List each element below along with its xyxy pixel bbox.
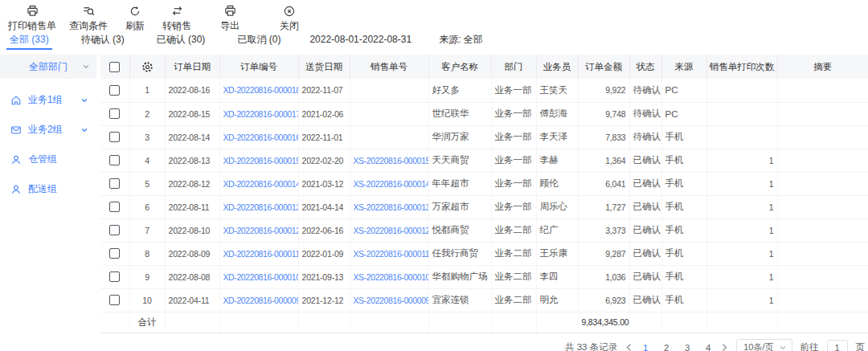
row-seq: 10: [129, 288, 165, 312]
sales-no-link[interactable]: XS-20220816-000010: [354, 272, 429, 282]
row-checkbox[interactable]: [109, 225, 120, 235]
table-row: 52022-08-12XD-20220816-0000142021-03-12X…: [100, 172, 868, 195]
toolbar-button-close[interactable]: 关闭: [275, 5, 304, 33]
order-no-link[interactable]: XD-20220816-000017: [223, 109, 299, 119]
sidebar-item-warehouse-group[interactable]: 仓管组: [0, 145, 96, 174]
page-number-2[interactable]: 2: [661, 343, 671, 351]
toolbar-button-export[interactable]: 导出: [215, 5, 244, 33]
column-header-9: 来源: [661, 55, 706, 79]
sales-no-link[interactable]: XS-20220816-000014: [354, 179, 429, 189]
row-checkbox[interactable]: [109, 271, 120, 282]
page-suffix: 页: [856, 341, 866, 351]
total-empty: [428, 312, 491, 333]
column-header-3: 销售单号: [350, 55, 428, 79]
order-no-link[interactable]: XD-20220816-000010: [223, 272, 299, 282]
order-no-link[interactable]: XD-20220816-000012: [223, 226, 299, 235]
table-row: 102022-04-11XD-20220816-0000092021-12-12…: [100, 288, 868, 312]
table-row: 42022-08-13XD-20220816-0000152022-02-20X…: [100, 149, 868, 172]
row-checkbox[interactable]: [109, 295, 120, 305]
person-icon: [10, 184, 22, 195]
page-size-select[interactable]: 10条/页: [736, 339, 792, 351]
source-cell: 手机: [661, 265, 706, 288]
row-select-cell: [100, 149, 129, 172]
row-checkbox[interactable]: [109, 248, 120, 259]
row-select-cell: [100, 242, 129, 265]
customer-cell: 悦都商贸: [428, 218, 491, 242]
amount-cell: 9,748: [578, 102, 629, 125]
order-no-link[interactable]: XD-20220816-000014: [223, 179, 299, 189]
summary-cell: [777, 195, 868, 218]
toolbar-button-print-sales-order[interactable]: 打印销售单: [8, 5, 56, 33]
order-no-link[interactable]: XD-20220816-000013: [223, 202, 299, 212]
gear-icon[interactable]: [141, 61, 154, 73]
order-date-cell: 2022-08-15: [165, 102, 219, 125]
select-all-checkbox[interactable]: [109, 62, 120, 72]
status-cell: 已确认: [629, 149, 661, 172]
sidebar-item-delivery-group[interactable]: 配送组: [0, 174, 96, 204]
sidebar-item-business-group-1[interactable]: 业务1组: [0, 85, 96, 115]
order-date-cell: 2022-08-16: [165, 79, 219, 102]
sales-no-link[interactable]: XS-20220816-000012: [354, 226, 429, 235]
tab-cancelled[interactable]: 已取消 (0): [234, 31, 284, 50]
row-checkbox[interactable]: [109, 85, 120, 96]
order-no-link[interactable]: XD-20220816-000009: [223, 296, 299, 305]
amount-cell: 6,041: [578, 172, 629, 195]
department-cell: 业务二部: [491, 242, 536, 265]
delivery-date-cell: 2022-11-01: [298, 125, 350, 149]
sales-no-link[interactable]: XS-20220816-000009: [354, 296, 429, 305]
tab-confirmed[interactable]: 已确认 (30): [154, 31, 209, 50]
department-cell: 业务一部: [491, 172, 536, 195]
toolbar-button-query-conditions[interactable]: 查询条件: [69, 5, 108, 33]
order-date-cell: 2022-08-13: [165, 149, 219, 172]
source-cell: 手机: [661, 288, 706, 312]
column-header-8: 状态: [629, 55, 661, 79]
next-page-button[interactable]: [721, 343, 728, 351]
page-number-4[interactable]: 4: [703, 343, 713, 351]
date-range-filter[interactable]: 2022-08-01-2022-08-31: [309, 31, 411, 50]
page-number-1[interactable]: 1: [641, 343, 650, 351]
total-empty: [165, 312, 219, 333]
sales-no-link[interactable]: XS-20220816-000011: [354, 249, 429, 259]
order-no-cell: XD-20220816-000010: [219, 265, 298, 288]
department-selector[interactable]: 全部部门: [0, 55, 96, 79]
row-seq: 1: [129, 79, 165, 102]
status-tabs: 全部 (33)待确认 (3)已确认 (30)已取消 (0): [6, 31, 309, 50]
order-no-link[interactable]: XD-20220816-000018: [223, 85, 299, 95]
sidebar-item-business-group-2[interactable]: 业务2组: [0, 115, 96, 145]
delivery-date-cell: 2021-12-12: [298, 288, 350, 312]
row-checkbox[interactable]: [109, 108, 120, 119]
sales-no-cell: XS-20220816-000013: [350, 195, 428, 218]
table-header-row: 订单日期订单编号送货日期销售单号客户名称部门业务员订单金额状态来源销售单打印次数…: [100, 55, 868, 79]
order-no-link[interactable]: XD-20220816-000011: [223, 249, 299, 259]
tab-all[interactable]: 全部 (33): [6, 31, 52, 50]
printer-icon: [27, 5, 39, 17]
row-checkbox[interactable]: [109, 155, 120, 165]
tab-pending[interactable]: 待确认 (3): [78, 31, 128, 50]
orders-table-area: 订单日期订单编号送货日期销售单号客户名称部门业务员订单金额状态来源销售单打印次数…: [100, 50, 868, 351]
salesperson-cell: 顾伦: [536, 172, 578, 195]
order-no-cell: XD-20220816-000017: [219, 102, 298, 125]
sales-no-link[interactable]: XS-20220816-000013: [354, 202, 429, 212]
order-date-cell: 2022-08-08: [165, 265, 219, 288]
page-number-3[interactable]: 3: [682, 343, 692, 351]
row-select-cell: [100, 195, 129, 218]
order-no-link[interactable]: XD-20220816-000016: [223, 133, 299, 142]
row-checkbox[interactable]: [109, 132, 120, 142]
row-checkbox[interactable]: [109, 202, 120, 212]
prev-page-button[interactable]: [625, 343, 633, 351]
delivery-date-cell: 2021-09-13: [298, 265, 350, 288]
toolbar-button-refresh[interactable]: 刷新: [121, 5, 149, 33]
row-seq: 4: [129, 149, 165, 172]
person-icon: [10, 154, 22, 165]
row-checkbox[interactable]: [109, 178, 120, 189]
toolbar-button-to-sales[interactable]: 转销售: [162, 5, 191, 33]
sales-no-link[interactable]: XS-20220816-000015: [354, 156, 429, 165]
goto-page-input[interactable]: [827, 340, 848, 351]
status-cell: 已确认: [629, 242, 661, 265]
order-no-link[interactable]: XD-20220816-000015: [223, 156, 299, 165]
row-select-cell: [100, 79, 129, 102]
customer-cell: 年年超市: [428, 172, 491, 195]
source-filter[interactable]: 来源: 全部: [439, 31, 483, 50]
row-select-cell: [100, 265, 129, 288]
customer-cell: 好又多: [428, 79, 491, 102]
